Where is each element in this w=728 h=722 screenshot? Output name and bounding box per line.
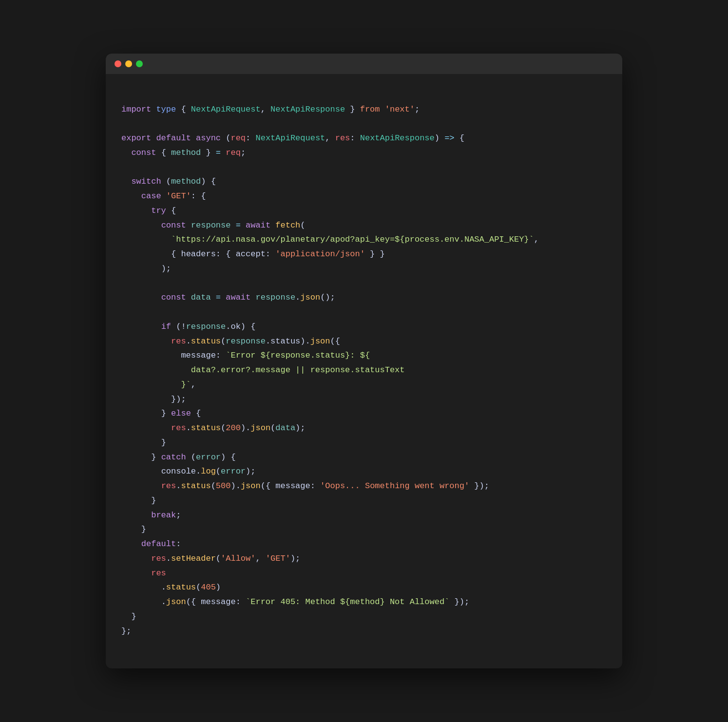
close-button[interactable] [115, 60, 121, 67]
maximize-button[interactable] [136, 60, 143, 67]
minimize-button[interactable] [125, 60, 132, 67]
titlebar [106, 54, 622, 74]
code-content: import type { NextApiRequest, NextApiRes… [106, 74, 622, 668]
code-editor-window: import type { NextApiRequest, NextApiRes… [106, 54, 622, 668]
